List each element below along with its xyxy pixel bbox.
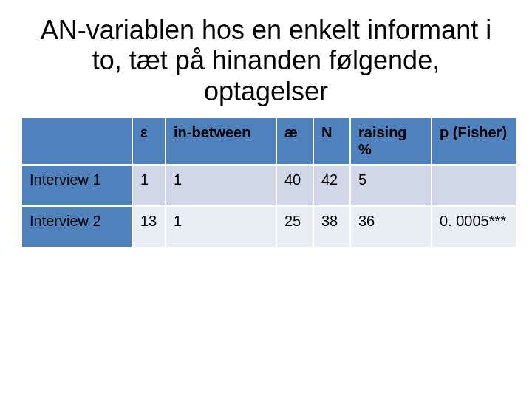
cell: 13 <box>132 206 166 248</box>
table-row: Interview 2 13 1 25 38 36 0. 0005*** <box>21 206 516 248</box>
table-header-row: ε in-between æ N raising % p (Fisher) <box>21 117 516 165</box>
col-header-epsilon: ε <box>132 117 166 165</box>
data-table: ε in-between æ N raising % p (Fisher) In… <box>21 117 517 248</box>
cell: 40 <box>276 165 313 206</box>
col-header-p: p (Fisher) <box>432 117 516 165</box>
cell: 1 <box>166 165 276 206</box>
title-band: AN-variablen hos en enkelt informant i t… <box>21 13 511 106</box>
col-header-ae: æ <box>276 117 313 165</box>
cell: 42 <box>313 165 350 206</box>
cell: 1 <box>132 165 166 206</box>
cell <box>432 165 516 206</box>
cell: 38 <box>313 206 350 248</box>
row-label: Interview 1 <box>21 165 132 206</box>
cell: 1 <box>166 206 276 248</box>
col-header-inbetween: in-between <box>166 117 276 165</box>
cell: 25 <box>276 206 313 248</box>
row-label: Interview 2 <box>21 206 132 248</box>
cell: 36 <box>350 206 432 248</box>
col-header-raising: raising % <box>350 117 432 165</box>
table-row: Interview 1 1 1 40 42 5 <box>21 165 516 206</box>
slide: AN-variablen hos en enkelt informant i t… <box>0 0 532 399</box>
cell: 5 <box>350 165 432 206</box>
col-header-blank <box>21 117 132 165</box>
cell: 0. 0005*** <box>432 206 516 248</box>
col-header-n: N <box>313 117 350 165</box>
slide-title: AN-variablen hos en enkelt informant i t… <box>21 13 511 106</box>
